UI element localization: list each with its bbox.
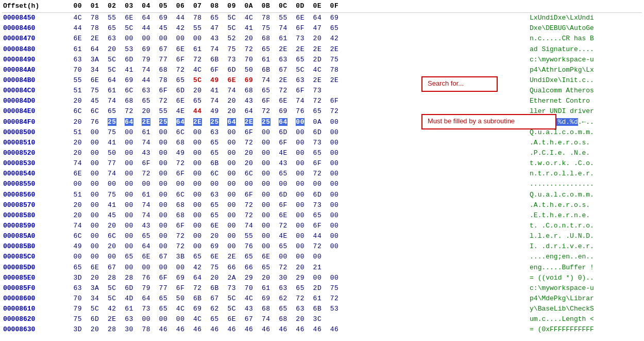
- hex-byte: 75: [330, 284, 339, 292]
- hex-byte: 5C: [193, 76, 202, 84]
- hex-byte: 69: [210, 242, 219, 250]
- offset-cell: 000085C0: [2, 252, 73, 262]
- hex-byte: 00: [159, 232, 168, 240]
- hex-byte: 00: [227, 222, 236, 230]
- hex-byte: 78: [91, 14, 99, 22]
- hex-byte: 00: [330, 201, 339, 209]
- offset-cell: 000084B0: [2, 75, 73, 86]
- hex-byte: 49: [74, 242, 82, 250]
- hex-byte: 42: [108, 305, 116, 313]
- hex-byte: 63: [296, 76, 304, 84]
- hex-byte: 61: [262, 56, 270, 63]
- hex-byte: 21: [313, 264, 322, 271]
- hex-byte: 44: [142, 76, 150, 84]
- hex-byte: 79: [142, 284, 150, 292]
- hex-byte: 65: [210, 201, 219, 209]
- hex-byte: 69: [245, 76, 253, 84]
- hex-byte: 49: [210, 107, 219, 115]
- table-row: 000084A070 34 5C 41 74 68 72 4C 6F 6D 50…: [2, 65, 642, 75]
- hex-byte: 20: [296, 315, 304, 323]
- ascii-cell: ................: [529, 179, 642, 189]
- hex-byte: 74: [142, 139, 150, 147]
- hex-byte: 61: [74, 45, 82, 53]
- hex-byte: 00: [108, 180, 116, 188]
- hex-byte: 6E: [74, 35, 82, 42]
- hex-byte: 55: [193, 24, 202, 32]
- hex-byte: 00: [193, 128, 202, 136]
- hex-byte: 64: [125, 118, 133, 126]
- hex-byte: 2E: [330, 45, 339, 53]
- hex-byte: 5C: [91, 305, 99, 313]
- hex-byte: 41: [245, 24, 253, 32]
- hex-byte: 6D: [91, 315, 99, 323]
- table-row: 000085B049 00 20 00 64 00 72 00 69 00 76…: [2, 241, 642, 252]
- ascii-cell: um.c....Length <: [529, 314, 642, 324]
- hex-byte: 65: [296, 56, 304, 63]
- hex-byte: 00: [296, 118, 304, 126]
- hex-byte: 64: [245, 107, 253, 115]
- hex-byte: 63: [279, 284, 287, 292]
- hex-byte: 75: [227, 45, 236, 53]
- hex-byte: 00: [279, 180, 287, 188]
- hex-byte: 6B: [262, 66, 270, 74]
- hex-byte: 72: [313, 170, 322, 177]
- hex-byte: 00: [296, 242, 304, 250]
- hex-byte: 49: [176, 149, 185, 157]
- hex-byte: 20: [262, 274, 270, 282]
- hex-byte: 20: [108, 222, 116, 230]
- hex-byte: 55: [74, 76, 82, 84]
- hex-cell: 00 00 00 00 00 00 00 00 00 00 00 00 00 0…: [73, 179, 529, 189]
- hex-byte: 72: [125, 107, 133, 115]
- hex-byte: 6E: [279, 212, 287, 219]
- hex-byte: 3C: [313, 315, 322, 323]
- hex-byte: 6B: [210, 284, 219, 292]
- hex-byte: 00: [193, 242, 202, 250]
- hex-byte: 20: [74, 97, 82, 105]
- hex-byte: 2E: [193, 118, 202, 126]
- hex-byte: 00: [296, 149, 304, 157]
- hex-byte: 20: [296, 264, 304, 271]
- hex-byte: 00: [159, 139, 168, 147]
- hex-byte: 79: [74, 305, 82, 313]
- hex-byte: 61: [279, 35, 287, 42]
- hex-byte: 43: [210, 35, 219, 42]
- hex-byte: 61: [262, 284, 270, 292]
- hex-byte: 28: [108, 274, 116, 282]
- hex-byte: 00: [159, 212, 168, 219]
- hex-byte: 00: [159, 201, 168, 209]
- hex-byte: 72: [245, 45, 253, 53]
- hex-byte: 67: [108, 264, 116, 271]
- hex-byte: 6F: [279, 201, 287, 209]
- hex-byte: 20: [245, 159, 253, 167]
- hex-byte: 00: [159, 128, 168, 136]
- hex-byte: 00: [262, 159, 270, 167]
- offset-cell: 00008500: [2, 127, 73, 138]
- hex-cell: 6E 2E 63 00 00 00 00 00 43 52 20 68 61 7…: [73, 34, 529, 44]
- hex-byte: 65: [210, 139, 219, 147]
- hex-byte: 65: [262, 264, 270, 271]
- hex-byte: 41: [210, 87, 219, 94]
- hex-byte: 00: [330, 274, 339, 282]
- hex-byte: 75: [262, 24, 270, 32]
- hex-byte: 29: [245, 274, 253, 282]
- hex-byte: 20: [91, 326, 99, 333]
- hex-byte: 64: [227, 118, 236, 126]
- hex-byte: 00: [227, 191, 236, 199]
- hex-byte: 6F: [313, 159, 322, 167]
- hex-byte: 00: [296, 201, 304, 209]
- hex-byte: 74: [108, 170, 116, 177]
- hex-byte: 30: [279, 274, 287, 282]
- hex-byte: 6D: [125, 284, 133, 292]
- hex-byte: 63: [210, 128, 219, 136]
- hex-byte: 6C: [125, 87, 133, 94]
- hex-byte: 00: [262, 212, 270, 219]
- hex-byte: 46: [279, 326, 287, 333]
- hex-byte: 00: [142, 35, 150, 42]
- hex-byte: 00: [125, 139, 133, 147]
- hex-byte: 72: [176, 66, 185, 74]
- hex-byte: 00: [296, 232, 304, 240]
- hex-byte: 46: [159, 326, 168, 333]
- hex-byte: 46: [262, 326, 270, 333]
- table-row: 000086303D 20 28 30 78 46 46 46 46 46 46…: [2, 324, 642, 335]
- hex-byte: 43: [245, 97, 253, 105]
